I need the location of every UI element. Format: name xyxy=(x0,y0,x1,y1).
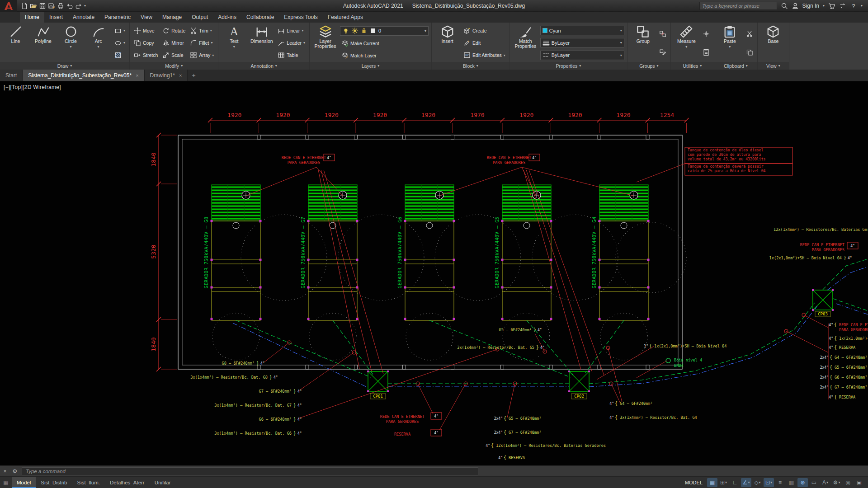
sign-in-dropdown-icon[interactable]: ▾ xyxy=(823,4,825,8)
layout-tab-detalhes-aterr[interactable]: Detalhes_Aterr xyxy=(105,477,150,488)
clean-screen-icon[interactable]: ▣ xyxy=(854,478,864,487)
ribbon-button-hatch[interactable] xyxy=(113,51,127,60)
panel-label-annotation[interactable]: Annotation▾ xyxy=(218,62,309,70)
dropdown-arrow-icon[interactable]: ▾ xyxy=(97,44,99,49)
ribbon-button-array[interactable]: Array▾ xyxy=(189,51,215,60)
dynamic-input-icon[interactable]: ⊕ xyxy=(797,478,808,487)
ribbon-tab-insert[interactable]: Insert xyxy=(44,12,68,23)
ribbon-button-id-point[interactable] xyxy=(701,29,711,38)
help-icon[interactable]: ? xyxy=(850,2,857,9)
ribbon-button-ungroup[interactable] xyxy=(658,29,668,38)
isodraft-icon[interactable]: ◇▾ xyxy=(752,478,763,487)
ribbon-button-rect-tool[interactable]: ▾ xyxy=(113,26,127,35)
transparency-icon[interactable]: ▥ xyxy=(786,478,797,487)
dropdown-arrow-icon[interactable]: ▾ xyxy=(70,44,71,49)
ribbon-button-table[interactable]: Table xyxy=(276,51,307,60)
panel-label-groups[interactable]: Groups▾ xyxy=(627,62,670,70)
ribbon-button-quick-calc[interactable] xyxy=(701,48,711,57)
autocad-logo-icon[interactable] xyxy=(0,0,17,12)
new-tab-icon[interactable]: + xyxy=(188,70,199,81)
open-file-icon[interactable] xyxy=(30,2,37,9)
ribbon-button-trim[interactable]: Trim▾ xyxy=(189,26,215,35)
panel-dropdown-icon[interactable]: ▾ xyxy=(181,64,183,68)
ribbon-button-copy-clip[interactable] xyxy=(745,48,755,57)
close-tab-icon[interactable]: × xyxy=(136,73,138,78)
viewport-controls[interactable]: [−][Top][2D Wireframe] xyxy=(4,84,61,90)
customize-icon[interactable]: ⚙ xyxy=(10,468,20,474)
ribbon-tab-home[interactable]: Home xyxy=(20,12,44,23)
panel-label-clipboard[interactable]: Clipboard▾ xyxy=(714,62,757,70)
ribbon-button-edit-attributes[interactable]: Edit Attributes▾ xyxy=(462,51,507,60)
dropdown-arrow-icon[interactable]: ▾ xyxy=(729,44,731,49)
panel-label-view[interactable]: View▾ xyxy=(758,62,789,70)
layout-tab-sist-distrib[interactable]: Sist_Distrib xyxy=(36,477,72,488)
panel-dropdown-icon[interactable]: ▾ xyxy=(476,64,478,68)
layer-dropdown[interactable]: 0▾ xyxy=(340,26,429,36)
property-dropdown-color[interactable]: Cyan▾ xyxy=(540,26,624,35)
panel-dropdown-icon[interactable]: ▾ xyxy=(746,64,748,68)
dropdown-arrow-icon[interactable]: ▾ xyxy=(504,53,505,57)
layout-tab-sist-ilum[interactable]: Sist_Ilum. xyxy=(72,477,105,488)
ribbon-button-arc[interactable]: Arc▾ xyxy=(85,24,111,62)
ribbon-button-mirror[interactable]: Mirror xyxy=(161,38,187,47)
ribbon-tab-manage[interactable]: Manage xyxy=(157,12,187,23)
panel-label-layers[interactable]: Layers▾ xyxy=(310,62,431,70)
ribbon-button-edit[interactable]: Edit xyxy=(462,38,507,47)
panel-dropdown-icon[interactable]: ▾ xyxy=(70,64,72,68)
dropdown-arrow-icon[interactable]: ▾ xyxy=(620,41,622,45)
cart-icon[interactable] xyxy=(828,2,835,9)
ribbon-button-leader[interactable]: Leader▾ xyxy=(276,38,307,47)
property-dropdown-lineweight[interactable]: ByLayer▾ xyxy=(540,38,624,47)
ribbon-button-polyline[interactable]: Polyline xyxy=(30,24,56,62)
dropdown-arrow-icon[interactable]: ▾ xyxy=(620,53,622,57)
ribbon-button-base[interactable]: Base xyxy=(760,24,786,62)
dropdown-arrow-icon[interactable]: ▾ xyxy=(425,29,426,33)
ribbon-tab-output[interactable]: Output xyxy=(187,12,213,23)
polar-tracking-icon[interactable]: ∠▾ xyxy=(741,478,751,487)
panel-dropdown-icon[interactable]: ▾ xyxy=(700,64,702,68)
panel-label-modify[interactable]: Modify▾ xyxy=(130,62,218,70)
panel-dropdown-icon[interactable]: ▾ xyxy=(778,64,780,68)
snap-icon[interactable]: ⊞▾ xyxy=(718,478,729,487)
ribbon-button-linear[interactable]: Linear▾ xyxy=(276,26,307,35)
grid-icon[interactable]: ▦ xyxy=(707,478,717,487)
ribbon-button-measure[interactable]: Measure▾ xyxy=(674,24,699,62)
panel-dropdown-icon[interactable]: ▾ xyxy=(377,64,379,68)
panel-label-properties[interactable]: Properties▾ xyxy=(510,62,627,70)
command-input[interactable]: Type a command xyxy=(22,467,478,475)
ribbon-button-cut[interactable] xyxy=(745,29,755,38)
ribbon-button-ellipse-tool[interactable]: ▾ xyxy=(113,38,127,47)
isolate-icon[interactable]: ◎ xyxy=(843,478,853,487)
ribbon-tab-featured-apps[interactable]: Featured Apps xyxy=(323,12,368,23)
panel-dropdown-icon[interactable]: ▾ xyxy=(657,64,659,68)
sign-in-label[interactable]: Sign In xyxy=(802,3,819,9)
exchange-icon[interactable] xyxy=(839,2,846,9)
dropdown-arrow-icon[interactable]: ▾ xyxy=(210,28,212,33)
dropdown-arrow-icon[interactable]: ▾ xyxy=(303,41,305,45)
annotation-scale-icon[interactable]: A▾ xyxy=(820,478,830,487)
ribbon-tab-parametric[interactable]: Parametric xyxy=(99,12,136,23)
selection-cycling-icon[interactable]: ▭ xyxy=(809,478,819,487)
ribbon-tab-annotate[interactable]: Annotate xyxy=(68,12,99,23)
search-input[interactable]: Type a keyword or phrase xyxy=(699,2,777,10)
save-icon[interactable] xyxy=(39,2,46,9)
panel-dropdown-icon[interactable]: ▾ xyxy=(579,64,581,68)
ribbon-button-group-edit[interactable] xyxy=(658,48,668,57)
model-badge[interactable]: MODEL xyxy=(685,480,703,485)
ribbon-button-scale[interactable]: Scale xyxy=(161,51,187,60)
ribbon-tab-express-tools[interactable]: Express Tools xyxy=(279,12,322,23)
ribbon-button-match-layer[interactable]: Match Layer xyxy=(340,51,429,60)
ribbon-button-insert[interactable]: Insert xyxy=(434,24,460,62)
layout-menu-icon[interactable]: ▦ xyxy=(0,477,12,488)
dropdown-arrow-icon[interactable]: ▾ xyxy=(123,28,125,33)
ribbon-button-rotate[interactable]: Rotate xyxy=(161,26,187,35)
save-as-icon[interactable] xyxy=(48,2,55,9)
ribbon-button-stretch[interactable]: Stretch xyxy=(132,51,159,60)
layout-tab-unifilar[interactable]: Unifilar xyxy=(150,477,176,488)
new-file-icon[interactable] xyxy=(21,2,28,9)
undo-icon[interactable] xyxy=(66,2,73,9)
ribbon-button-create[interactable]: Create xyxy=(462,26,507,35)
dropdown-arrow-icon[interactable]: ▾ xyxy=(123,41,125,45)
ribbon-button-match-properties[interactable]: Match Properties xyxy=(513,24,538,62)
close-tab-icon[interactable]: × xyxy=(179,73,182,78)
